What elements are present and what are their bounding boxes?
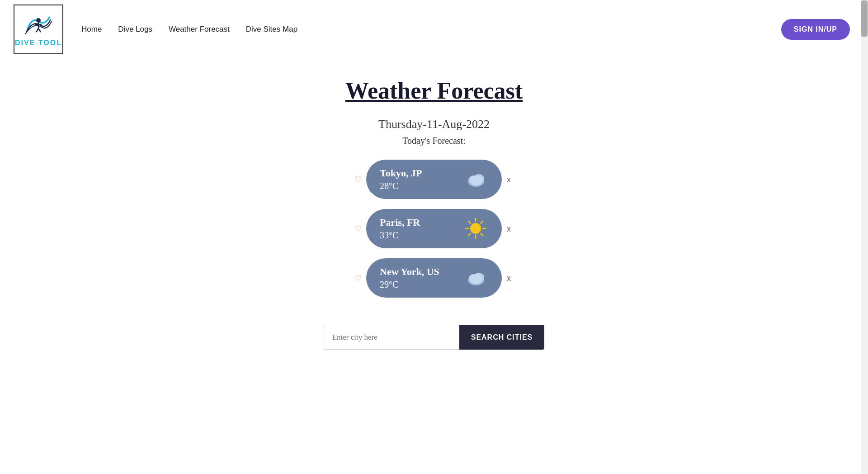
nav-home[interactable]: Home bbox=[81, 25, 102, 34]
card-info-paris: Paris, FR 33°C bbox=[380, 217, 420, 241]
card-info-tokyo: Tokyo, JP 28°C bbox=[380, 167, 422, 191]
weather-card-paris: Paris, FR 33°C bbox=[366, 209, 502, 248]
temp-newyork: 29°C bbox=[380, 280, 439, 290]
close-tokyo-icon[interactable]: x bbox=[507, 175, 511, 184]
search-input[interactable] bbox=[324, 325, 459, 350]
main-nav: Home Dive Logs Weather Forecast Dive Sit… bbox=[81, 25, 297, 34]
svg-point-21 bbox=[470, 274, 482, 284]
weather-card-tokyo: Tokyo, JP 28°C bbox=[366, 160, 502, 199]
search-cities-button[interactable]: SEARCH CITIES bbox=[459, 325, 545, 350]
svg-line-15 bbox=[481, 234, 483, 236]
svg-point-0 bbox=[36, 18, 41, 23]
card-info-newyork: New York, US 29°C bbox=[380, 266, 439, 290]
cloud-icon-tokyo bbox=[463, 167, 488, 192]
svg-line-14 bbox=[468, 221, 471, 223]
svg-line-17 bbox=[468, 234, 471, 236]
forecast-label: Today's Forecast: bbox=[402, 136, 465, 146]
city-name-paris: Paris, FR bbox=[380, 217, 420, 228]
favorite-tokyo-icon[interactable]: ♡ bbox=[354, 175, 362, 185]
logo[interactable]: DIVE TOOL bbox=[14, 5, 63, 54]
city-name-newyork: New York, US bbox=[380, 266, 439, 278]
page-title: Weather Forecast bbox=[345, 77, 523, 104]
cloud-icon-newyork bbox=[463, 265, 488, 290]
scrollbar-thumb[interactable] bbox=[861, 0, 868, 37]
card-wrapper-paris: ♡ Paris, FR 33°C bbox=[366, 209, 502, 248]
logo-label: DIVE TOOL bbox=[15, 39, 62, 47]
sign-in-button[interactable]: SIGN IN/UP bbox=[781, 19, 850, 40]
favorite-paris-icon[interactable]: ♡ bbox=[354, 224, 362, 234]
logo-icon bbox=[23, 12, 54, 37]
sun-icon-paris bbox=[463, 216, 488, 241]
svg-line-4 bbox=[38, 28, 41, 32]
scrollbar-track[interactable] bbox=[861, 0, 868, 474]
svg-line-16 bbox=[481, 221, 483, 223]
temp-tokyo: 28°C bbox=[380, 181, 422, 191]
nav-dive-logs[interactable]: Dive Logs bbox=[118, 25, 152, 34]
svg-point-9 bbox=[470, 223, 481, 234]
search-area: SEARCH CITIES bbox=[324, 325, 545, 350]
city-name-tokyo: Tokyo, JP bbox=[380, 167, 422, 179]
close-paris-icon[interactable]: x bbox=[507, 224, 511, 233]
main-content: Weather Forecast Thursday-11-Aug-2022 To… bbox=[0, 59, 868, 377]
header: DIVE TOOL Home Dive Logs Weather Forecas… bbox=[0, 0, 868, 59]
svg-point-8 bbox=[470, 175, 482, 185]
weather-cards-list: ♡ Tokyo, JP 28°C x ♡ Paris, FR bbox=[366, 160, 502, 298]
favorite-newyork-icon[interactable]: ♡ bbox=[354, 273, 362, 283]
svg-line-3 bbox=[36, 28, 38, 32]
date-label: Thursday-11-Aug-2022 bbox=[378, 118, 490, 131]
card-wrapper-newyork: ♡ New York, US 29°C x bbox=[366, 258, 502, 298]
weather-card-newyork: New York, US 29°C bbox=[366, 258, 502, 298]
card-wrapper-tokyo: ♡ Tokyo, JP 28°C x bbox=[366, 160, 502, 199]
nav-dive-sites-map[interactable]: Dive Sites Map bbox=[246, 25, 297, 34]
temp-paris: 33°C bbox=[380, 230, 420, 241]
nav-weather-forecast[interactable]: Weather Forecast bbox=[169, 25, 230, 34]
close-newyork-icon[interactable]: x bbox=[507, 273, 511, 283]
